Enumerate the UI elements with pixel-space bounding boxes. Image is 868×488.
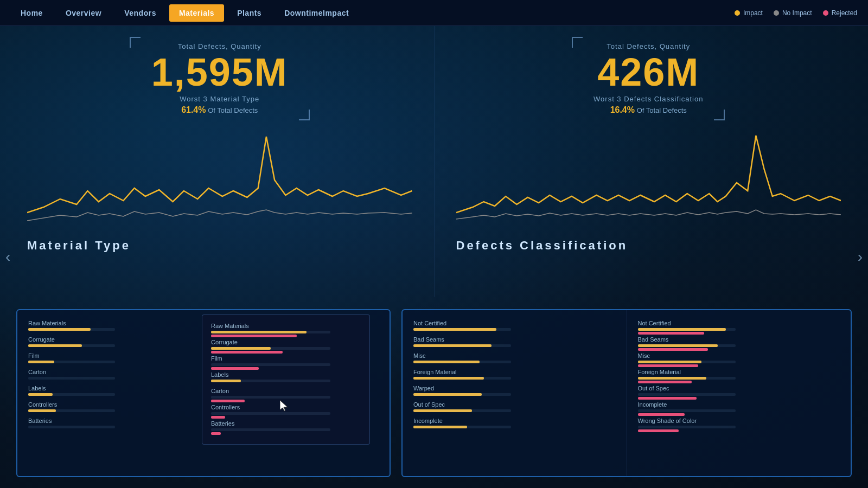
right-pct-suffix: Of Total Defects (637, 106, 687, 114)
bar-label: Foreign Material (413, 369, 616, 375)
left-kpi-label: Total Defects, Quantity (151, 42, 288, 50)
rejected-dot (823, 10, 828, 16)
bar-fill-pink (638, 381, 692, 383)
impact-label: Impact (743, 9, 763, 17)
bar-fill-pink (638, 332, 704, 335)
bar-label: Warped (413, 385, 616, 391)
list-item: Warped (413, 385, 616, 396)
bar-fill-yellow (211, 331, 307, 333)
right-left-items: Not CertifiedBad SeamsMiscForeign Materi… (413, 320, 616, 428)
bar-fill-yellow (638, 328, 726, 331)
bar-fill-yellow (413, 328, 496, 331)
bar-track (638, 328, 736, 331)
nav-vendors[interactable]: Vendors (114, 4, 166, 22)
bar-label: Not Certified (413, 320, 616, 326)
list-item: Misc (638, 352, 840, 363)
bar-fill-pink (211, 335, 297, 337)
list-item: Wrong Shade of Color (638, 418, 840, 428)
nav-materials[interactable]: Materials (169, 4, 224, 22)
upper-section: Total Defects, Quantity 1,595M Worst 3 M… (0, 26, 868, 297)
nav-home[interactable]: Home (11, 4, 53, 22)
bar-label: Bad Seams (638, 336, 840, 343)
prev-arrow[interactable]: ‹ (5, 248, 10, 266)
list-item: Raw Materials (211, 323, 361, 333)
bar-fill-yellow (211, 347, 271, 350)
bar-track (28, 409, 115, 412)
bar-fill-yellow (638, 344, 718, 347)
right-kpi-section: Total Defects, Quantity 426M Worst 3 Def… (456, 37, 841, 120)
right-bottom-card: Not CertifiedBad SeamsMiscForeign Materi… (401, 309, 852, 477)
left-kpi-value: 1,595M (151, 53, 288, 92)
top-bar: Home Overview Vendors Materials Plants D… (0, 0, 868, 26)
bar-label: Incomplete (638, 401, 840, 408)
next-arrow[interactable]: › (858, 248, 863, 266)
nav-links: Home Overview Vendors Materials Plants D… (11, 4, 359, 22)
right-chart (456, 126, 841, 234)
bar-track (211, 428, 330, 431)
bar-track (413, 344, 511, 347)
bar-fill-yellow (28, 361, 54, 363)
bar-fill-pink (638, 429, 679, 432)
right-pct-value: 16.4% (610, 105, 635, 114)
bar-label: Misc (413, 352, 616, 359)
list-item: Bad Seams (638, 336, 840, 347)
bar-track (28, 393, 115, 396)
list-item: Misc (413, 352, 616, 363)
bar-fill-pink (211, 400, 245, 402)
left-pct-suffix: Of Total Defects (208, 106, 258, 114)
bar-fill-yellow (28, 393, 53, 396)
list-item: Batteries (211, 420, 361, 431)
list-item: Labels (211, 371, 361, 382)
bar-track (638, 361, 736, 363)
right-right-items: Not CertifiedBad SeamsMiscForeign Materi… (638, 320, 840, 428)
bar-track (413, 393, 511, 396)
left-bottom-card: Raw MaterialsCorrugateFilmCartonLabelsCo… (16, 309, 391, 477)
bar-track (638, 377, 736, 380)
list-item: Bad Seams (413, 336, 616, 347)
nav-downtime[interactable]: DowntimeImpact (275, 4, 359, 22)
bar-fill-pink (638, 348, 709, 351)
left-section-title: Material Type (27, 239, 412, 253)
bar-label: Foreign Material (638, 369, 840, 375)
app-container: Home Overview Vendors Materials Plants D… (0, 0, 868, 488)
nav-overview[interactable]: Overview (56, 4, 111, 22)
bar-label: Raw Materials (211, 323, 361, 329)
bar-track (638, 426, 736, 428)
impact-dot (735, 10, 740, 16)
list-item: Out of Spec (413, 401, 616, 412)
bar-fill-pink (638, 364, 699, 367)
bar-label: Bad Seams (413, 336, 616, 343)
bar-track (211, 347, 330, 350)
right-kpi-subtitle: Worst 3 Defects Classification (593, 95, 703, 103)
list-item: Film (211, 355, 361, 366)
bar-track (413, 328, 511, 331)
bar-fill-yellow (413, 377, 484, 380)
legend-no-impact: No Impact (774, 9, 812, 17)
bar-track (638, 393, 736, 396)
list-item: Incomplete (413, 418, 616, 428)
tooltip-items: Raw MaterialsCorrugateFilmLabelsCartonCo… (211, 323, 361, 431)
bar-track (28, 361, 115, 363)
left-pct-value: 61.4% (181, 105, 206, 114)
right-card-left-panel: Not CertifiedBad SeamsMiscForeign Materi… (403, 310, 627, 476)
right-upper-panel: Total Defects, Quantity 426M Worst 3 Def… (434, 26, 869, 297)
bar-track (211, 380, 330, 382)
bar-fill-pink (211, 416, 225, 419)
list-item: Not Certified (638, 320, 840, 331)
bar-label: Not Certified (638, 320, 840, 326)
bar-track (413, 361, 511, 363)
nav-plants[interactable]: Plants (227, 4, 271, 22)
bar-fill-pink (211, 432, 221, 435)
bar-label: Controllers (211, 404, 361, 410)
bar-track (28, 344, 115, 347)
left-upper-panel: Total Defects, Quantity 1,595M Worst 3 M… (0, 26, 434, 297)
legend: Impact No Impact Rejected (735, 9, 857, 17)
right-section-title: Defects Classification (456, 239, 841, 253)
bar-fill-yellow (28, 409, 56, 412)
right-kpi-frame: Total Defects, Quantity 426M Worst 3 Def… (572, 37, 725, 120)
bar-label: Out of Spec (413, 401, 616, 408)
right-card-right-panel: Not CertifiedBad SeamsMiscForeign Materi… (627, 310, 851, 476)
bar-track (211, 331, 330, 333)
bar-fill-yellow (413, 393, 482, 396)
no-impact-dot (774, 10, 779, 16)
